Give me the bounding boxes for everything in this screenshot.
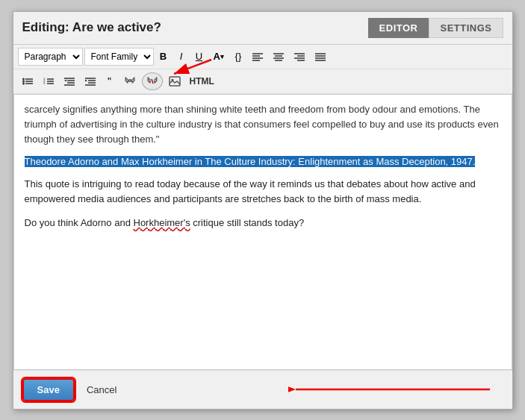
paragraph-2-name: Horkheimer's <box>134 217 190 228</box>
citation-link: Theodore Adorno and Max Horkheimer in Th… <box>25 156 476 167</box>
image-button[interactable] <box>164 72 185 90</box>
svg-marker-37 <box>85 79 87 81</box>
toolbar-row-2: 1.2.3. " HTML <box>13 69 512 94</box>
list-ol-button[interactable]: 1.2.3. <box>39 72 58 90</box>
indent-out-button[interactable] <box>60 72 79 90</box>
align-right-button[interactable] <box>290 48 309 66</box>
paragraph-2-part1: Do you think Adorno and <box>25 217 134 228</box>
align-left-button[interactable] <box>248 48 267 66</box>
editor-area[interactable]: scarcely signifies anything more than sh… <box>13 94 512 370</box>
svg-marker-32 <box>64 79 66 81</box>
font-family-select[interactable]: Font Family <box>84 48 154 66</box>
editor-content: scarcely signifies anything more than sh… <box>14 95 512 248</box>
dialog-footer: Save Cancel <box>13 370 512 409</box>
highlighted-citation: Theodore Adorno and Max Horkheimer in Th… <box>25 154 501 169</box>
svg-text:3.: 3. <box>43 81 46 85</box>
color-button[interactable]: A▾ <box>209 48 229 66</box>
svg-point-21 <box>22 82 25 84</box>
tab-settings[interactable]: SETTINGS <box>429 18 503 38</box>
paragraph-2-part2: critique still stands today? <box>190 217 304 228</box>
edit-dialog: Editing: Are we active? EDITOR SETTINGS … <box>13 11 513 410</box>
align-center-button[interactable] <box>269 48 288 66</box>
link-button[interactable] <box>119 72 140 90</box>
italic-button[interactable]: I <box>173 48 190 66</box>
list-ul-button[interactable] <box>18 72 37 90</box>
dialog-header: Editing: Are we active? EDITOR SETTINGS <box>13 12 512 45</box>
paragraph-1: This quote is intriguing to read today b… <box>25 177 501 207</box>
code-button[interactable]: {} <box>230 48 246 66</box>
unlink-button[interactable] <box>142 72 163 90</box>
blockquote-button[interactable]: " <box>102 72 118 90</box>
tab-editor[interactable]: EDITOR <box>368 18 429 38</box>
align-justify-button[interactable] <box>311 48 330 66</box>
faded-text: scarcely signifies anything more than sh… <box>25 102 501 147</box>
header-tabs: EDITOR SETTINGS <box>368 18 503 38</box>
red-arrow-annotation-bottom <box>288 380 497 398</box>
paragraph-2: Do you think Adorno and Horkheimer's cri… <box>25 216 501 231</box>
indent-in-button[interactable] <box>81 72 100 90</box>
toolbar-row-1: Paragraph Font Family B I U A▾ {} <box>13 45 512 69</box>
paragraph-select[interactable]: Paragraph <box>18 48 83 66</box>
svg-line-41 <box>152 79 153 84</box>
toolbar-area: Paragraph Font Family B I U A▾ {} <box>13 45 512 94</box>
dialog-title: Editing: Are we active? <box>22 20 161 35</box>
cancel-button[interactable]: Cancel <box>82 381 121 398</box>
html-button[interactable]: HTML <box>187 75 217 88</box>
underline-button[interactable]: U <box>191 48 208 66</box>
save-button[interactable]: Save <box>22 378 75 401</box>
svg-point-20 <box>22 80 25 82</box>
svg-point-19 <box>22 78 25 80</box>
bold-button[interactable]: B <box>155 48 172 66</box>
